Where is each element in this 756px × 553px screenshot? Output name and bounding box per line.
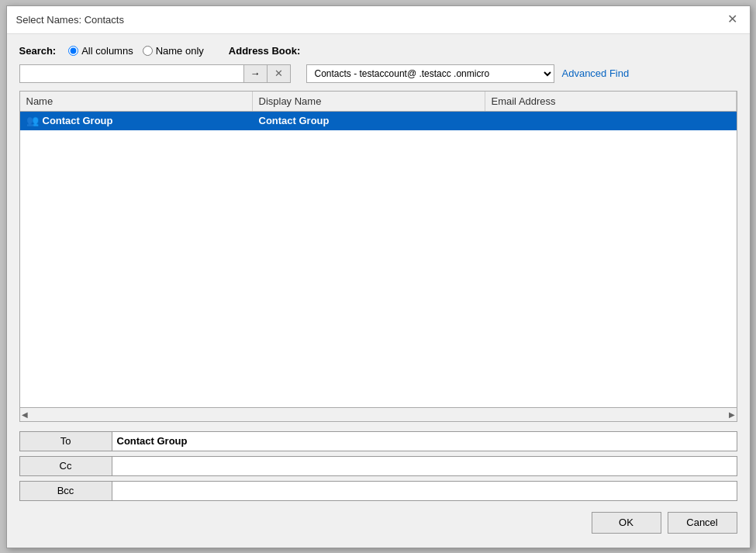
all-columns-option[interactable]: All columns: [68, 45, 133, 57]
search-label: Search:: [19, 45, 57, 57]
advanced-find-link[interactable]: Advanced Find: [562, 67, 630, 79]
column-displayname-header: Display Name: [253, 92, 485, 111]
table-row[interactable]: 👥 Contact Group Contact Group: [20, 112, 737, 130]
contacts-table: Name Display Name Email Address 👥 Contac…: [19, 91, 737, 422]
bcc-row: Bcc: [19, 481, 737, 501]
cell-name: 👥 Contact Group: [20, 112, 253, 130]
to-button[interactable]: To: [19, 431, 112, 451]
cc-button[interactable]: Cc: [19, 456, 112, 476]
dialog-title: Select Names: Contacts: [16, 14, 124, 26]
close-button[interactable]: ✕: [725, 12, 740, 27]
search-input[interactable]: [19, 64, 244, 83]
cancel-button[interactable]: Cancel: [668, 512, 737, 534]
search-options-row: Search: All columns Name only Address Bo…: [19, 45, 737, 57]
all-columns-radio[interactable]: [68, 46, 78, 56]
bcc-input[interactable]: [112, 481, 737, 501]
column-email-header: Email Address: [485, 92, 737, 111]
contact-group-icon: 👥: [26, 115, 39, 126]
scroll-left-arrow[interactable]: ◀: [22, 410, 28, 419]
cell-email: [485, 117, 737, 123]
table-scroll-area[interactable]: 👥 Contact Group Contact Group: [20, 112, 737, 407]
ok-button[interactable]: OK: [592, 512, 661, 534]
recipient-section: To Cc Bcc: [19, 431, 737, 501]
to-row: To: [19, 431, 737, 451]
bottom-buttons: OK Cancel: [19, 512, 737, 537]
search-clear-button[interactable]: ✕: [268, 64, 291, 83]
cell-display-name: Contact Group: [253, 112, 485, 130]
search-input-row: → ✕ Contacts - testaccount@ .testacc .on…: [19, 64, 737, 83]
name-only-label: Name only: [156, 45, 204, 57]
cc-input[interactable]: [112, 456, 737, 476]
to-input[interactable]: [112, 431, 737, 451]
search-go-button[interactable]: →: [244, 64, 268, 83]
dialog-content: Search: All columns Name only Address Bo…: [7, 34, 750, 548]
name-only-option[interactable]: Name only: [143, 45, 204, 57]
clear-icon: ✕: [274, 67, 283, 79]
address-book-select[interactable]: Contacts - testaccount@ .testacc .onmicr…: [306, 64, 554, 83]
scroll-right-arrow[interactable]: ▶: [729, 410, 735, 419]
cc-row: Cc: [19, 456, 737, 476]
go-arrow-icon: →: [250, 67, 261, 79]
bcc-button[interactable]: Bcc: [19, 481, 112, 501]
select-names-dialog: Select Names: Contacts ✕ Search: All col…: [6, 5, 751, 548]
address-book-label: Address Book:: [229, 45, 300, 57]
horizontal-scrollbar[interactable]: ◀ ▶: [20, 407, 737, 421]
title-bar: Select Names: Contacts ✕: [7, 6, 750, 34]
search-radio-group: All columns Name only: [68, 45, 204, 57]
table-header: Name Display Name Email Address: [20, 92, 737, 112]
column-name-header: Name: [20, 92, 253, 111]
name-only-radio[interactable]: [143, 46, 153, 56]
all-columns-label: All columns: [81, 45, 133, 57]
